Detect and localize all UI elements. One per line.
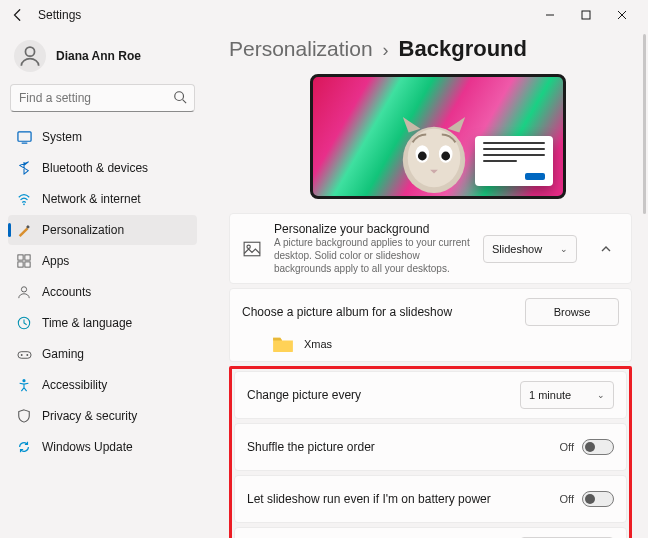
accounts-icon [16, 284, 32, 300]
sidebar-item-time[interactable]: Time & language [8, 308, 197, 338]
folder-name: Xmas [304, 338, 332, 350]
preview-sample-window [475, 136, 553, 186]
accessibility-icon [16, 377, 32, 393]
nav-label: Privacy & security [42, 409, 137, 423]
sidebar-item-accessibility[interactable]: Accessibility [8, 370, 197, 400]
breadcrumb: Personalization › Background [229, 36, 646, 62]
main-content: Personalization › Background [205, 30, 648, 538]
maximize-button[interactable] [568, 1, 604, 29]
sidebar-item-personalization[interactable]: Personalization [8, 215, 197, 245]
nav-label: Bluetooth & devices [42, 161, 148, 175]
update-icon [16, 439, 32, 455]
personalize-background-card: Personalize your background A picture ba… [229, 213, 632, 284]
svg-rect-5 [17, 131, 30, 140]
svg-rect-15 [17, 351, 30, 358]
chevron-down-icon: ⌄ [560, 244, 568, 254]
close-button[interactable] [604, 1, 640, 29]
picture-icon [242, 240, 262, 258]
personalize-title: Personalize your background [274, 222, 471, 236]
change-label: Change picture every [247, 388, 508, 402]
shuffle-toggle[interactable] [582, 439, 614, 455]
user-account-row[interactable]: Diana Ann Roe [8, 36, 197, 84]
breadcrumb-separator: › [383, 40, 389, 61]
shuffle-label: Shuffle the picture order [247, 440, 548, 454]
preview-image-cat [395, 115, 473, 197]
nav-label: Apps [42, 254, 69, 268]
sidebar-item-update[interactable]: Windows Update [8, 432, 197, 462]
change-interval-card: Change picture every 1 minute⌄ [234, 371, 627, 419]
battery-label: Let slideshow run even if I'm on battery… [247, 492, 507, 506]
scrollbar[interactable] [643, 34, 646, 214]
nav-label: Windows Update [42, 440, 133, 454]
svg-rect-11 [18, 262, 23, 267]
shuffle-state: Off [560, 441, 574, 453]
sidebar: Diana Ann Roe System Bluetooth & devices… [0, 30, 205, 538]
svg-point-13 [21, 287, 26, 292]
sidebar-item-apps[interactable]: Apps [8, 246, 197, 276]
battery-toggle[interactable] [582, 491, 614, 507]
chevron-down-icon: ⌄ [597, 390, 605, 400]
sidebar-item-system[interactable]: System [8, 122, 197, 152]
svg-point-2 [25, 47, 34, 56]
nav-label: Accounts [42, 285, 91, 299]
personalization-icon [16, 222, 32, 238]
album-folder-row[interactable]: Xmas [229, 331, 632, 362]
svg-point-26 [247, 245, 250, 248]
gaming-icon [16, 346, 32, 362]
svg-point-7 [23, 203, 25, 205]
nav-list: System Bluetooth & devices Network & int… [8, 122, 197, 462]
minimize-button[interactable] [532, 1, 568, 29]
svg-rect-1 [582, 11, 590, 19]
bluetooth-icon [16, 160, 32, 176]
collapse-button[interactable] [593, 236, 619, 262]
app-title: Settings [38, 8, 81, 22]
svg-rect-25 [244, 242, 260, 256]
back-button[interactable] [8, 5, 28, 25]
search-icon [173, 90, 187, 108]
background-type-select[interactable]: Slideshow⌄ [483, 235, 577, 263]
highlighted-options: Change picture every 1 minute⌄ Shuffle t… [229, 366, 632, 538]
album-label: Choose a picture album for a slideshow [242, 305, 513, 319]
sidebar-item-gaming[interactable]: Gaming [8, 339, 197, 369]
network-icon [16, 191, 32, 207]
privacy-icon [16, 408, 32, 424]
shuffle-card: Shuffle the picture order Off [234, 423, 627, 471]
personalize-sub: A picture background applies to your cur… [274, 236, 471, 275]
svg-point-17 [26, 354, 28, 356]
title-bar: Settings [0, 0, 648, 30]
svg-line-4 [183, 100, 187, 104]
sidebar-item-accounts[interactable]: Accounts [8, 277, 197, 307]
nav-label: Network & internet [42, 192, 141, 206]
svg-rect-9 [18, 255, 23, 260]
album-card: Choose a picture album for a slideshow B… [229, 288, 632, 336]
svg-point-23 [417, 152, 426, 161]
nav-label: System [42, 130, 82, 144]
nav-label: Time & language [42, 316, 132, 330]
sidebar-item-network[interactable]: Network & internet [8, 184, 197, 214]
time-icon [16, 315, 32, 331]
svg-rect-12 [25, 262, 30, 267]
folder-icon [272, 335, 294, 353]
sidebar-item-privacy[interactable]: Privacy & security [8, 401, 197, 431]
breadcrumb-parent[interactable]: Personalization [229, 37, 373, 61]
avatar [14, 40, 46, 72]
browse-button[interactable]: Browse [525, 298, 619, 326]
svg-point-16 [20, 354, 22, 356]
battery-card: Let slideshow run even if I'm on battery… [234, 475, 627, 523]
svg-point-3 [175, 92, 184, 101]
apps-icon [16, 253, 32, 269]
sidebar-item-bluetooth[interactable]: Bluetooth & devices [8, 153, 197, 183]
svg-point-18 [22, 379, 25, 382]
background-preview [310, 74, 566, 199]
battery-state: Off [560, 493, 574, 505]
nav-label: Accessibility [42, 378, 107, 392]
user-name: Diana Ann Roe [56, 49, 141, 63]
svg-rect-10 [25, 255, 30, 260]
fit-card: Choose a fit for your desktop image Fill… [234, 527, 627, 538]
change-interval-select[interactable]: 1 minute⌄ [520, 381, 614, 409]
nav-label: Gaming [42, 347, 84, 361]
system-icon [16, 129, 32, 145]
svg-point-24 [441, 152, 450, 161]
search-input[interactable] [10, 84, 195, 112]
nav-label: Personalization [42, 223, 124, 237]
